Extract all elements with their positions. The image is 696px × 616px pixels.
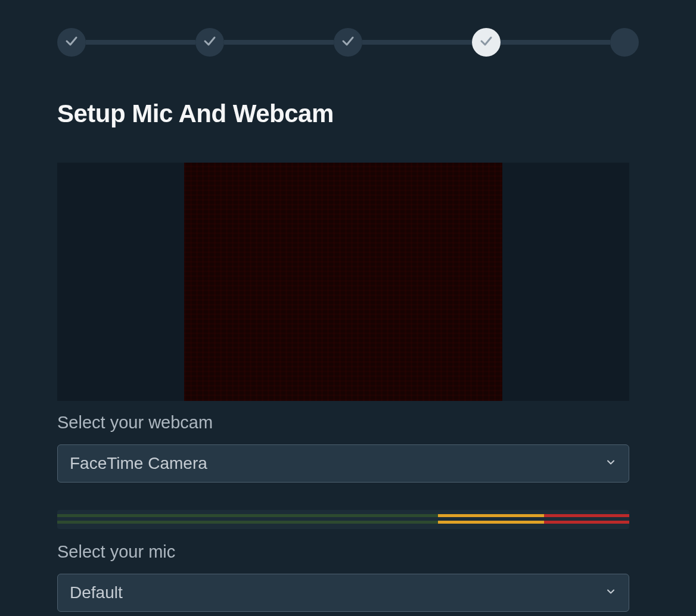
step-1[interactable] xyxy=(57,28,86,57)
step-5[interactable] xyxy=(610,28,639,57)
mic-select[interactable]: Default xyxy=(57,574,629,612)
step-connector xyxy=(501,40,610,45)
page-title: Setup Mic And Webcam xyxy=(57,99,639,128)
mic-level-meter xyxy=(57,510,629,529)
mic-level-yellow xyxy=(438,510,544,529)
mic-select-value: Default xyxy=(70,583,605,602)
step-4-active[interactable] xyxy=(472,28,501,57)
setup-stepper xyxy=(57,28,639,57)
check-icon xyxy=(341,34,355,51)
step-3[interactable] xyxy=(334,28,362,57)
mic-select-label: Select your mic xyxy=(57,542,639,562)
webcam-preview xyxy=(57,163,629,401)
mic-level-red xyxy=(544,510,629,529)
step-connector xyxy=(224,40,334,45)
webcam-select[interactable]: FaceTime Camera xyxy=(57,444,629,483)
webcam-select-value: FaceTime Camera xyxy=(70,454,605,473)
check-icon xyxy=(479,34,493,51)
chevron-down-icon xyxy=(605,456,617,471)
check-icon xyxy=(203,34,217,51)
mic-level-green xyxy=(57,510,438,529)
chevron-down-icon xyxy=(605,586,617,600)
step-connector xyxy=(362,40,472,45)
webcam-select-label: Select your webcam xyxy=(57,413,639,433)
webcam-feed xyxy=(184,163,502,401)
step-connector xyxy=(86,40,195,45)
step-2[interactable] xyxy=(195,28,224,57)
check-icon xyxy=(64,34,79,51)
